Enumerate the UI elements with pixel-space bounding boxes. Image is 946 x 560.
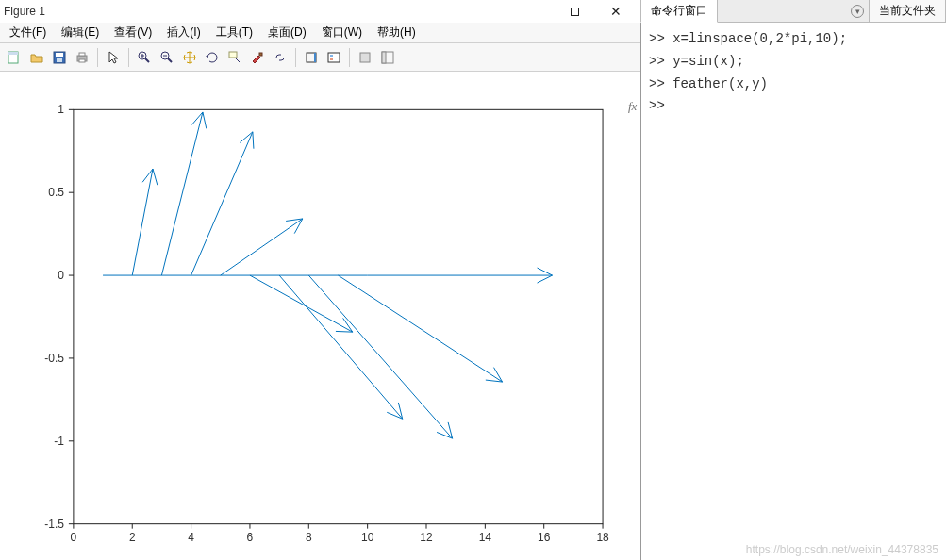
cmd-line: >> x=linspace(0,2*pi,10); [649,28,938,51]
chart-canvas[interactable]: 024681012141618-1.5-1-0.500.51 [0,72,640,560]
svg-text:4: 4 [188,531,194,544]
new-figure-icon[interactable] [4,47,25,68]
window-title: Figure 1 [4,5,45,18]
svg-text:14: 14 [479,531,492,544]
menu-help[interactable]: 帮助(H) [370,23,423,42]
svg-text:2: 2 [129,531,136,544]
print-icon[interactable] [72,47,92,68]
svg-text:0: 0 [71,531,77,544]
svg-text:0: 0 [58,269,64,282]
side-panel: 命令行窗口 ▾ 当前文件夹 fx >> x=linspace(0,2*pi,10… [641,0,946,560]
cmd-line: >> feather(x,y) [649,74,938,96]
menu-tools[interactable]: 工具(T) [208,23,260,42]
zoom-in-icon[interactable] [134,47,155,68]
svg-rect-23 [360,53,370,62]
toolbar [0,43,640,72]
svg-text:6: 6 [247,531,254,544]
menu-window[interactable]: 窗口(W) [314,23,370,42]
tab-command-window[interactable]: 命令行窗口 [640,0,718,23]
svg-text:-1: -1 [54,435,64,448]
dock-menu-icon[interactable]: ▾ [851,5,864,18]
zoom-out-icon[interactable] [157,47,177,68]
menu-insert[interactable]: 插入(I) [159,23,207,42]
svg-rect-20 [328,53,340,62]
plottools-show-icon[interactable] [377,47,398,68]
tab-current-folder[interactable]: 当前文件夹 [869,0,946,23]
svg-text:1: 1 [58,103,64,116]
menu-edit[interactable]: 编辑(E) [54,23,107,42]
datatip-icon[interactable] [224,47,245,68]
link-icon[interactable] [270,47,290,68]
svg-rect-25 [382,52,386,63]
svg-rect-15 [229,52,237,58]
pointer-icon[interactable] [103,47,124,68]
svg-line-16 [235,58,240,62]
svg-rect-6 [79,53,85,56]
svg-text:18: 18 [596,531,609,544]
svg-rect-19 [314,53,316,62]
menubar: 文件(F) 编辑(E) 查看(V) 插入(I) 工具(T) 桌面(D) 窗口(W… [0,23,640,43]
svg-rect-7 [79,59,85,62]
save-icon[interactable] [49,47,70,68]
svg-rect-26 [74,109,603,523]
figure-window: Figure 1 ✕ 文件(F) 编辑(E) 查看(V) 插入(I) 工具(T)… [0,0,641,560]
titlebar: Figure 1 ✕ [0,0,640,23]
svg-line-13 [168,58,172,62]
menu-view[interactable]: 查看(V) [107,23,159,42]
plot-area[interactable]: 024681012141618-1.5-1-0.500.51 [0,72,640,560]
cmd-line: >> y=sin(x); [649,51,938,74]
plottools-hide-icon[interactable] [355,47,375,68]
menu-desktop[interactable]: 桌面(D) [260,23,314,42]
svg-text:16: 16 [538,531,551,544]
brush-icon[interactable] [247,47,268,68]
svg-rect-4 [57,58,62,62]
maximize-button[interactable] [554,1,595,22]
fx-icon: fx [628,96,637,117]
menu-file[interactable]: 文件(F) [2,23,54,42]
svg-text:8: 8 [306,531,312,544]
svg-text:12: 12 [420,531,433,544]
svg-rect-1 [8,52,18,55]
svg-text:-1.5: -1.5 [44,518,64,531]
svg-text:0.5: 0.5 [48,186,64,199]
side-tabs: 命令行窗口 ▾ 当前文件夹 [641,0,946,23]
svg-rect-17 [259,53,262,56]
colorbar-icon[interactable] [301,47,322,68]
legend-icon[interactable] [324,47,344,68]
rotate-icon[interactable] [202,47,223,68]
watermark: https://blog.csdn.net/weixin_44378835 [746,543,938,556]
open-icon[interactable] [26,47,47,68]
command-window[interactable]: fx >> x=linspace(0,2*pi,10); >> y=sin(x)… [641,23,946,560]
close-button[interactable]: ✕ [595,1,637,22]
pan-icon[interactable] [179,47,200,68]
svg-text:-0.5: -0.5 [44,352,64,365]
cmd-prompt[interactable]: >> [649,95,938,118]
svg-rect-3 [56,53,63,57]
svg-line-9 [145,58,149,62]
svg-text:10: 10 [361,531,374,544]
